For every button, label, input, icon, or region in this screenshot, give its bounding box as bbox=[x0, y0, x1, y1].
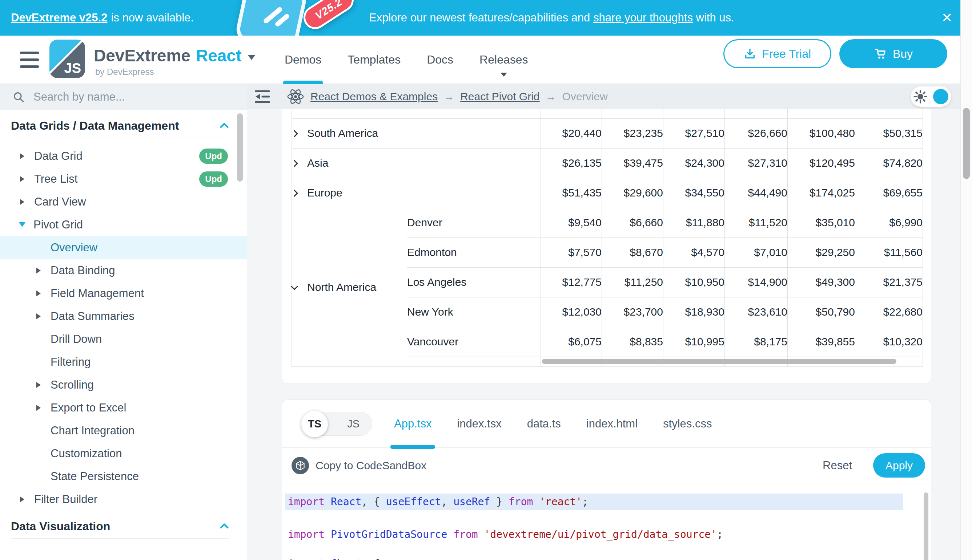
sidebar-scrollbar-thumb[interactable] bbox=[237, 113, 243, 182]
pivot-cell-los-angeles-5: $21,375 bbox=[855, 267, 923, 297]
chevron-up-icon bbox=[219, 520, 230, 532]
page-scrollbar-thumb[interactable] bbox=[963, 108, 970, 179]
breadcrumb-bar: React Demos & Examples→React Pivot Grid→… bbox=[247, 84, 960, 109]
promo-banner: DevExtreme v25.2 is now available. V25.2… bbox=[0, 0, 972, 36]
banner-message-pre: Explore our newest features/capabilities… bbox=[369, 11, 593, 24]
tab-styles-css[interactable]: styles.css bbox=[663, 417, 712, 430]
pivot-row-asia: Asia$26,135$39,475$24,300$27,310$120,495… bbox=[292, 148, 923, 178]
caret-right-icon[interactable] bbox=[36, 405, 41, 411]
sidebar-item-filter-builder[interactable]: Filter Builder bbox=[0, 488, 247, 511]
caret-right-icon[interactable] bbox=[20, 497, 24, 502]
share-your-thoughts-link[interactable]: share your thoughts bbox=[593, 11, 693, 24]
sidebar-item-state-persistence[interactable]: State Persistence bbox=[0, 465, 247, 488]
sidebar-section-data-visualization[interactable]: Data Visualization bbox=[0, 514, 247, 538]
sidebar-item-filtering[interactable]: Filtering bbox=[0, 350, 247, 373]
sidebar-item-export-to-excel[interactable]: Export to Excel bbox=[0, 396, 247, 419]
search-input[interactable] bbox=[33, 90, 207, 104]
pivot-cell-new-york-3: $23,610 bbox=[725, 297, 788, 327]
copy-to-codesandbox-label[interactable]: Copy to CodeSandBox bbox=[316, 459, 427, 472]
pivot-cell-new-york-1: $23,700 bbox=[602, 297, 663, 327]
sidebar-item-data-binding[interactable]: Data Binding bbox=[0, 259, 247, 282]
sidebar-section-data-grids-data-management[interactable]: Data Grids / Data Management bbox=[0, 114, 247, 138]
caret-right-icon[interactable] bbox=[20, 153, 24, 159]
pivot-cell-europe-5: $69,655 bbox=[855, 178, 923, 208]
caret-right-icon[interactable] bbox=[36, 313, 41, 319]
banner-close-button[interactable]: ✕ bbox=[937, 8, 957, 28]
pivot-region-north-america[interactable]: North America bbox=[292, 208, 407, 367]
sidebar-item-scrolling[interactable]: Scrolling bbox=[0, 373, 247, 396]
pivot-cell-asia-2: $24,300 bbox=[663, 148, 725, 178]
page-scrollbar[interactable] bbox=[960, 0, 972, 560]
free-trial-button[interactable]: Free Trial bbox=[723, 39, 831, 68]
nav-item-demos[interactable]: Demos bbox=[284, 36, 321, 84]
collapse-chevron-icon[interactable] bbox=[291, 283, 298, 290]
expand-chevron-icon[interactable] bbox=[291, 160, 298, 167]
pivot-cell-los-angeles-3: $14,900 bbox=[725, 267, 788, 297]
hamburger-menu-icon[interactable] bbox=[20, 52, 39, 68]
language-toggle[interactable]: TS JS bbox=[302, 412, 372, 436]
tab-data-ts[interactable]: data.ts bbox=[527, 417, 561, 430]
caret-down-icon[interactable] bbox=[19, 222, 25, 227]
sidebar-item-overview[interactable]: Overview bbox=[0, 236, 247, 259]
caret-right-icon[interactable] bbox=[20, 199, 24, 205]
caret-spacer bbox=[35, 430, 41, 431]
sidebar-section-title: Data Grids / Data Management bbox=[11, 119, 219, 133]
theme-toggle-knob[interactable] bbox=[933, 89, 949, 104]
pivot-cell-denver-4: $35,010 bbox=[788, 208, 855, 238]
language-toggle-js[interactable]: JS bbox=[347, 412, 360, 436]
sun-icon bbox=[913, 90, 927, 103]
pivot-clipped-label-cell bbox=[292, 109, 541, 118]
sidebar-item-label: Tree List bbox=[34, 173, 77, 186]
expand-chevron-icon[interactable] bbox=[291, 130, 298, 137]
buy-button[interactable]: Buy bbox=[839, 39, 947, 68]
caret-right-icon[interactable] bbox=[20, 176, 24, 182]
tab-app-tsx[interactable]: App.tsx bbox=[394, 417, 432, 430]
pivot-region-asia[interactable]: Asia bbox=[292, 148, 541, 178]
pivot-cell-new-york-0: $12,030 bbox=[541, 297, 602, 327]
brand-title[interactable]: DevExtreme React bbox=[94, 46, 255, 65]
sidebar-item-data-grid[interactable]: Data GridUpd bbox=[0, 145, 247, 167]
expand-chevron-icon[interactable] bbox=[291, 190, 298, 197]
sidebar-item-card-view[interactable]: Card View bbox=[0, 190, 247, 213]
sidebar-item-chart-integration[interactable]: Chart Integration bbox=[0, 419, 247, 442]
sidebar-item-data-summaries[interactable]: Data Summaries bbox=[0, 305, 247, 328]
nav-item-releases[interactable]: Releases bbox=[480, 36, 528, 84]
sidebar-item-customization[interactable]: Customization bbox=[0, 442, 247, 465]
caret-right-icon[interactable] bbox=[36, 382, 41, 388]
logo-cube-graphic bbox=[234, 0, 308, 36]
sidebar-item-tree-list[interactable]: Tree ListUpd bbox=[0, 167, 247, 190]
pivot-cell-new-york-4: $50,790 bbox=[788, 297, 855, 327]
tab-index-tsx[interactable]: index.tsx bbox=[457, 417, 501, 430]
nav-item-templates[interactable]: Templates bbox=[348, 36, 401, 84]
caret-spacer bbox=[35, 476, 41, 477]
pivot-cell-vancouver-5: $10,320 bbox=[855, 327, 923, 357]
breadcrumb-react-demos-examples[interactable]: React Demos & Examples bbox=[310, 90, 438, 103]
pivot-region-europe[interactable]: Europe bbox=[292, 178, 541, 208]
sidebar: Data Grids / Data ManagementData GridUpd… bbox=[0, 84, 247, 560]
pivot-cell-denver-2: $11,880 bbox=[663, 208, 725, 238]
pivot-region-south-america[interactable]: South America bbox=[292, 118, 541, 148]
sidebar-item-field-management[interactable]: Field Management bbox=[0, 282, 247, 305]
pivot-clipped-cell bbox=[663, 109, 725, 118]
nav-item-docs[interactable]: Docs bbox=[427, 36, 453, 84]
banner-version-link[interactable]: DevExtreme v25.2 bbox=[11, 11, 107, 24]
sidebar-item-drill-down[interactable]: Drill Down bbox=[0, 328, 247, 350]
apply-button[interactable]: Apply bbox=[873, 453, 925, 478]
codesandbox-icon[interactable] bbox=[291, 457, 309, 474]
sidebar-item-label: Overview bbox=[50, 241, 97, 254]
code-scrollbar-thumb[interactable] bbox=[923, 492, 929, 560]
breadcrumb-separator: → bbox=[545, 90, 557, 103]
reset-button[interactable]: Reset bbox=[820, 459, 854, 472]
collapse-sidebar-icon[interactable] bbox=[254, 88, 271, 105]
pivot-city-new-york: New York bbox=[407, 297, 541, 327]
brand-subtitle: by DevExpress bbox=[95, 67, 154, 77]
caret-right-icon[interactable] bbox=[36, 290, 41, 296]
pivot-cell-new-york-5: $22,680 bbox=[855, 297, 923, 327]
language-toggle-ts[interactable]: TS bbox=[301, 411, 328, 437]
sidebar-item-pivot-grid[interactable]: Pivot Grid bbox=[0, 213, 247, 236]
tab-index-html[interactable]: index.html bbox=[586, 417, 637, 430]
breadcrumb-react-pivot-grid[interactable]: React Pivot Grid bbox=[460, 90, 539, 103]
caret-right-icon[interactable] bbox=[36, 268, 41, 273]
theme-toggle[interactable] bbox=[910, 87, 951, 107]
horizontal-scrollbar-thumb[interactable] bbox=[542, 359, 897, 364]
